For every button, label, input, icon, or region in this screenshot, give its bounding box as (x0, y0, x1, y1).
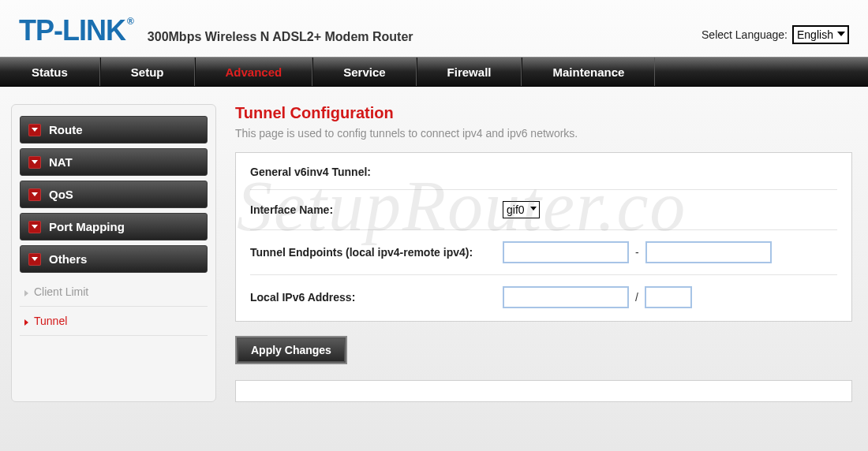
apply-changes-button[interactable]: Apply Changes (235, 336, 347, 364)
lower-panel (235, 380, 852, 402)
logo-reg: ® (127, 16, 133, 27)
sidebar-item-label: QoS (49, 188, 73, 201)
sidebar-item-others[interactable]: Others (20, 245, 208, 273)
interface-label: Interface Name: (250, 203, 503, 216)
apply-row: Apply Changes (235, 336, 852, 364)
logo: TP-LINK ® (19, 14, 133, 47)
ipv6-slash: / (635, 291, 638, 304)
top-nav: Status Setup Advanced Service Firewall M… (0, 57, 868, 87)
language-label: Select Language: (702, 28, 788, 41)
chevron-down-icon (28, 124, 41, 136)
sidebar-item-label: Others (49, 252, 87, 266)
sidebar-sub-client-limit[interactable]: Client Limit (20, 278, 208, 307)
ipv6-label: Local IPv6 Address: (250, 291, 503, 304)
section-label: General v6inv4 Tunnel: (250, 166, 503, 178)
chevron-down-icon (28, 188, 41, 201)
sidebar-item-qos[interactable]: QoS (20, 181, 208, 208)
sidebar-sub-tunnel[interactable]: Tunnel (20, 307, 208, 336)
row-endpoints: Tunnel Endpoints (local ipv4-remote ipv4… (250, 230, 837, 275)
chevron-down-icon (28, 156, 41, 169)
row-section: General v6inv4 Tunnel: (250, 164, 837, 190)
endpoint-dash: - (635, 246, 639, 259)
nav-service[interactable]: Service (312, 58, 416, 86)
endpoint-remote-input[interactable] (645, 241, 772, 263)
chevron-down-icon (28, 221, 41, 233)
main: Tunnel Configuration This page is used t… (235, 104, 857, 402)
language-area: Select Language: English (702, 25, 849, 44)
chevron-down-icon (28, 253, 41, 266)
nav-advanced[interactable]: Advanced (195, 58, 313, 86)
sidebar: Route NAT QoS Port Mapping Others Client… (11, 104, 216, 402)
nav-maintenance[interactable]: Maintenance (522, 58, 655, 86)
ipv6-address-input[interactable] (503, 286, 629, 308)
row-interface: Interface Name: gif0 (250, 190, 837, 230)
config-panel: General v6inv4 Tunnel: Interface Name: g… (235, 152, 852, 322)
sidebar-item-label: Route (49, 123, 83, 136)
row-ipv6: Local IPv6 Address: / (250, 275, 837, 313)
sidebar-item-route[interactable]: Route (20, 116, 208, 144)
nav-firewall[interactable]: Firewall (417, 58, 522, 86)
sidebar-item-label: Port Mapping (49, 220, 125, 233)
endpoints-label: Tunnel Endpoints (local ipv4-remote ipv4… (250, 246, 503, 259)
interface-select[interactable]: gif0 (503, 201, 540, 218)
product-subtitle: 300Mbps Wireless N ADSL2+ Modem Router (148, 30, 413, 44)
header: TP-LINK ® 300Mbps Wireless N ADSL2+ Mode… (0, 0, 868, 57)
sidebar-item-port-mapping[interactable]: Port Mapping (20, 213, 208, 240)
page-desc: This page is used to config tunnels to c… (235, 127, 852, 140)
nav-status[interactable]: Status (0, 58, 100, 86)
page-title: Tunnel Configuration (235, 104, 852, 122)
ipv6-prefix-input[interactable] (645, 286, 692, 308)
language-select[interactable]: English (792, 25, 849, 44)
endpoint-local-input[interactable] (503, 241, 629, 263)
sidebar-item-label: NAT (49, 155, 73, 169)
logo-text: TP-LINK (19, 14, 125, 47)
content: Route NAT QoS Port Mapping Others Client… (0, 87, 868, 410)
nav-setup[interactable]: Setup (100, 58, 195, 86)
sidebar-item-nat[interactable]: NAT (20, 148, 208, 176)
